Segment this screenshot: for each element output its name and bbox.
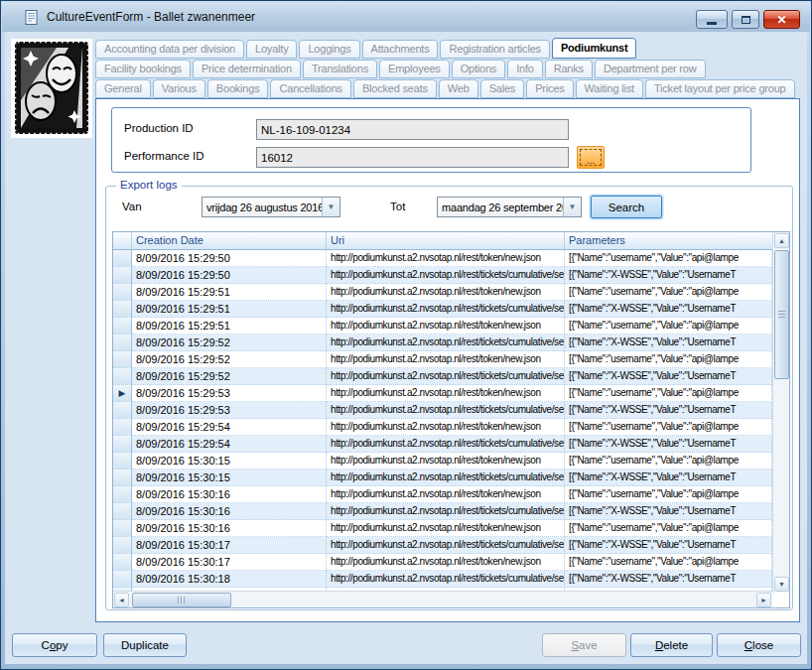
log-row[interactable]: 8/09/2016 15:29:54http://podiumkunst.a2.… [113,419,772,436]
tab-translations[interactable]: Translations [303,60,377,78]
tab-options[interactable]: Options [452,60,506,78]
cell-parameters[interactable]: [{"Name":"X-WSSE","Value":"UsernameT [565,301,772,318]
cell-creation-date[interactable]: 8/09/2016 15:29:51 [132,301,327,318]
cell-parameters[interactable]: [{"Name":"username","Value":"api@lampe [565,554,772,571]
tab-sales[interactable]: Sales [480,79,525,98]
horizontal-scrollbar[interactable]: ◄ ► [113,591,772,607]
horizontal-scrollbar-thumb[interactable] [132,593,231,607]
cell-uri[interactable]: http://podiumkunst.a2.nvsotap.nl/rest/to… [327,453,565,469]
tab-loggings[interactable]: Loggings [299,40,359,59]
chevron-down-icon[interactable]: ▼ [563,198,581,216]
tab-various[interactable]: Various [153,79,205,98]
close-window-button[interactable]: ✕ [763,10,800,29]
cell-parameters[interactable]: [{"Name":"username","Value":"api@lampe [565,250,772,267]
cell-parameters[interactable]: [{"Name":"X-WSSE","Value":"UsernameT [565,267,772,284]
cell-parameters[interactable]: [{"Name":"X-WSSE","Value":"UsernameT [565,469,772,486]
cell-uri[interactable]: http://podiumkunst.a2.nvsotap.nl/rest/to… [327,520,565,537]
chevron-down-icon[interactable]: ▼ [322,198,339,216]
cell-parameters[interactable]: [{"Name":"X-WSSE","Value":"UsernameT [565,571,772,588]
log-row[interactable]: 8/09/2016 15:30:16http://podiumkunst.a2.… [113,486,772,503]
row-selector[interactable] [113,284,132,301]
cell-creation-date[interactable]: 8/09/2016 15:30:16 [132,503,327,520]
row-selector[interactable] [113,469,132,486]
scroll-up-icon[interactable]: ▲ [774,233,789,248]
cell-parameters[interactable]: [{"Name":"X-WSSE","Value":"UsernameT [565,368,772,385]
tab-loyalty[interactable]: Loyalty [246,40,297,59]
row-selector[interactable] [113,351,132,368]
cell-creation-date[interactable]: 8/09/2016 15:30:18 [132,571,327,588]
cell-uri[interactable]: http://podiumkunst.a2.nvsotap.nl/rest/ti… [327,335,565,351]
cell-uri[interactable]: http://podiumkunst.a2.nvsotap.nl/rest/ti… [327,436,565,453]
delete-button[interactable]: Delete [630,633,713,657]
log-row[interactable]: ▶8/09/2016 15:29:53http://podiumkunst.a2… [113,385,772,402]
log-row[interactable]: 8/09/2016 15:29:52http://podiumkunst.a2.… [113,335,772,351]
cell-creation-date[interactable]: 8/09/2016 15:30:15 [132,453,327,469]
row-selector[interactable] [113,486,132,503]
vertical-scrollbar-thumb[interactable] [774,250,789,379]
row-selector[interactable] [113,537,132,554]
cell-creation-date[interactable]: 8/09/2016 15:29:53 [132,385,327,402]
cell-creation-date[interactable]: 8/09/2016 15:29:52 [132,351,327,368]
creation-date-column-header[interactable]: Creation Date [132,232,327,250]
copy-button[interactable]: Copy [12,633,97,657]
log-row[interactable]: 8/09/2016 15:30:15http://podiumkunst.a2.… [113,453,772,469]
save-button[interactable]: Save [542,633,626,657]
tab-price-determination[interactable]: Price determination [193,60,301,78]
production-id-field[interactable] [256,119,569,140]
log-row[interactable]: 8/09/2016 15:29:51http://podiumkunst.a2.… [113,318,772,335]
tab-info[interactable]: Info [507,60,543,78]
row-selector[interactable] [113,453,132,469]
log-row[interactable]: 8/09/2016 15:30:15http://podiumkunst.a2.… [113,469,772,486]
cell-parameters[interactable]: [{"Name":"X-WSSE","Value":"UsernameT [565,503,772,520]
cell-uri[interactable]: http://podiumkunst.a2.nvsotap.nl/rest/to… [327,554,565,571]
row-selector[interactable] [113,335,132,351]
cell-uri[interactable]: http://podiumkunst.a2.nvsotap.nl/rest/ti… [327,301,565,318]
cell-creation-date[interactable]: 8/09/2016 15:29:54 [132,419,327,436]
row-selector-current[interactable]: ▶ [113,385,132,402]
search-button[interactable]: Search [591,196,662,218]
cell-creation-date[interactable]: 8/09/2016 15:29:50 [132,267,327,284]
row-selector[interactable] [113,571,132,588]
cell-parameters[interactable]: [{"Name":"username","Value":"api@lampe [565,284,772,301]
row-selector[interactable] [113,419,132,436]
tab-accounting-data-per-division[interactable]: Accounting data per division [95,40,244,59]
cell-creation-date[interactable]: 8/09/2016 15:30:16 [132,520,327,537]
tab-facility-bookings[interactable]: Facility bookings [95,60,191,78]
row-selector[interactable] [113,301,132,318]
log-row[interactable]: 8/09/2016 15:30:16http://podiumkunst.a2.… [113,503,772,520]
cell-creation-date[interactable]: 8/09/2016 15:29:53 [132,402,327,419]
tab-bookings[interactable]: Bookings [207,79,269,98]
log-row[interactable]: 8/09/2016 15:29:50http://podiumkunst.a2.… [113,267,772,284]
tab-ticket-layout-per-price-group[interactable]: Ticket layout per price group [645,79,795,98]
tab-registration-articles[interactable]: Registration articles [440,40,549,59]
row-selector[interactable] [113,554,132,571]
minimize-button[interactable] [696,10,728,29]
cell-uri[interactable]: http://podiumkunst.a2.nvsotap.nl/rest/ti… [327,571,565,588]
maximize-button[interactable] [732,10,759,29]
row-selector[interactable] [113,520,132,537]
scroll-down-icon[interactable]: ▼ [774,577,789,592]
log-row[interactable]: 8/09/2016 15:29:50http://podiumkunst.a2.… [113,250,772,267]
cell-uri[interactable]: http://podiumkunst.a2.nvsotap.nl/rest/to… [327,318,565,335]
cell-parameters[interactable]: [{"Name":"username","Value":"api@lampe [565,520,772,537]
cell-parameters[interactable]: [{"Name":"username","Value":"api@lampe [565,419,772,436]
log-row[interactable]: 8/09/2016 15:29:51http://podiumkunst.a2.… [113,284,772,301]
tab-prices[interactable]: Prices [526,79,573,98]
cell-uri[interactable]: http://podiumkunst.a2.nvsotap.nl/rest/to… [327,250,565,267]
tot-date-combobox[interactable]: maandag 26 september 2016 ▼ [437,197,582,217]
performance-browse-button[interactable]: ... [577,146,605,169]
cell-parameters[interactable]: [{"Name":"X-WSSE","Value":"UsernameT [565,436,772,453]
cell-uri[interactable]: http://podiumkunst.a2.nvsotap.nl/rest/to… [327,419,565,436]
row-selector[interactable] [113,503,132,520]
scroll-right-icon[interactable]: ► [756,593,771,607]
cell-creation-date[interactable]: 8/09/2016 15:29:51 [132,318,327,335]
row-selector[interactable] [113,250,132,267]
log-row[interactable]: 8/09/2016 15:30:16http://podiumkunst.a2.… [113,520,772,537]
tab-podiumkunst[interactable]: Podiumkunst [552,38,636,59]
tab-ranks[interactable]: Ranks [545,60,593,78]
cell-uri[interactable]: http://podiumkunst.a2.nvsotap.nl/rest/ti… [327,267,565,284]
tab-employees[interactable]: Employees [379,60,450,78]
cell-creation-date[interactable]: 8/09/2016 15:29:52 [132,368,327,385]
log-row[interactable]: 8/09/2016 15:29:52http://podiumkunst.a2.… [113,368,772,385]
cell-creation-date[interactable]: 8/09/2016 15:30:17 [132,554,327,571]
